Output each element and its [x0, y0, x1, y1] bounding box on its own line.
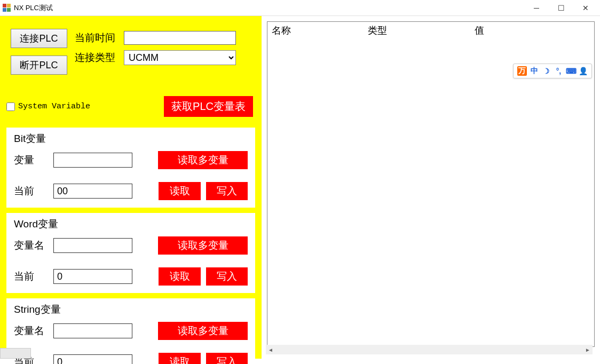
bit-var-label: 变量	[14, 153, 48, 167]
word-var-label: 变量名	[14, 239, 48, 252]
ime-moon-icon[interactable]: ☽	[542, 66, 551, 76]
system-variable-checkbox[interactable]	[6, 102, 15, 111]
string-var-input[interactable]	[53, 323, 132, 338]
string-var-label: 变量名	[14, 324, 48, 338]
variable-listview[interactable]: 名称 类型 值 万 中 ☽ °, ⌨ 👤	[267, 21, 595, 347]
string-group-title: String变量	[14, 303, 248, 316]
ime-logo-icon[interactable]: 万	[517, 66, 527, 76]
app-icon	[2, 4, 11, 12]
string-read-button[interactable]: 读取	[159, 353, 200, 364]
bit-current-label: 当前	[14, 184, 48, 198]
ime-toolbar[interactable]: 万 中 ☽ °, ⌨ 👤	[513, 64, 592, 78]
bit-read-multi-button[interactable]: 读取多变量	[158, 151, 248, 169]
left-panel: 连接PLC 断开PLC 当前时间 连接类型 UCMM System V	[0, 16, 262, 359]
string-group: String变量 变量名 读取多变量 当前 读取 写入	[6, 298, 255, 364]
window-title: NX PLC测试	[14, 3, 53, 13]
ime-cn-icon[interactable]: 中	[530, 66, 539, 76]
word-write-button[interactable]: 写入	[206, 267, 248, 286]
scroll-left-icon[interactable]: ◄	[266, 345, 275, 354]
disconnect-plc-button[interactable]: 断开PLC	[11, 56, 67, 75]
bit-current-input[interactable]	[53, 184, 132, 199]
ime-keyboard-icon[interactable]: ⌨	[566, 66, 576, 76]
word-read-multi-button[interactable]: 读取多变量	[158, 236, 248, 255]
string-read-multi-button[interactable]: 读取多变量	[158, 322, 248, 340]
word-group-title: Word变量	[14, 217, 248, 231]
column-type[interactable]: 类型	[364, 22, 470, 39]
get-plc-table-button[interactable]: 获取PLC变量表	[164, 96, 253, 117]
connect-plc-button[interactable]: 连接PLC	[11, 29, 67, 48]
system-variable-label[interactable]: System Variable	[18, 102, 90, 111]
connection-type-select[interactable]: UCMM	[124, 50, 236, 65]
column-value[interactable]: 值	[470, 22, 594, 39]
right-panel: 名称 类型 值 万 中 ☽ °, ⌨ 👤 ◄ ►	[262, 16, 600, 359]
title-bar: NX PLC测试 ─ ☐ ✕	[0, 0, 600, 16]
ime-punct-icon[interactable]: °,	[554, 66, 564, 76]
status-strip	[0, 348, 31, 359]
bit-write-button[interactable]: 写入	[206, 182, 248, 200]
current-time-field[interactable]	[124, 31, 236, 45]
horizontal-scrollbar[interactable]: ◄ ►	[266, 345, 593, 354]
column-name[interactable]: 名称	[267, 22, 364, 39]
close-button[interactable]: ✕	[573, 0, 598, 16]
listview-header: 名称 类型 值	[267, 22, 594, 39]
string-current-input[interactable]	[53, 354, 132, 364]
ime-user-icon[interactable]: 👤	[579, 66, 588, 76]
bit-group: Bit变量 变量 读取多变量 当前 读取 写入	[6, 128, 255, 208]
maximize-button[interactable]: ☐	[549, 0, 573, 16]
bit-read-button[interactable]: 读取	[159, 182, 200, 200]
scroll-right-icon[interactable]: ►	[583, 345, 593, 354]
current-time-label: 当前时间	[75, 31, 119, 45]
scroll-track[interactable]	[275, 345, 583, 354]
bit-group-title: Bit变量	[14, 132, 248, 146]
word-group: Word变量 变量名 读取多变量 当前 读取 写入	[6, 213, 255, 293]
word-var-input[interactable]	[53, 238, 132, 253]
minimize-button[interactable]: ─	[524, 0, 549, 16]
connection-type-label: 连接类型	[75, 51, 119, 65]
word-read-button[interactable]: 读取	[159, 267, 200, 286]
word-current-label: 当前	[14, 270, 48, 283]
string-write-button[interactable]: 写入	[206, 353, 248, 364]
bit-var-input[interactable]	[53, 153, 132, 168]
word-current-input[interactable]	[53, 269, 132, 284]
